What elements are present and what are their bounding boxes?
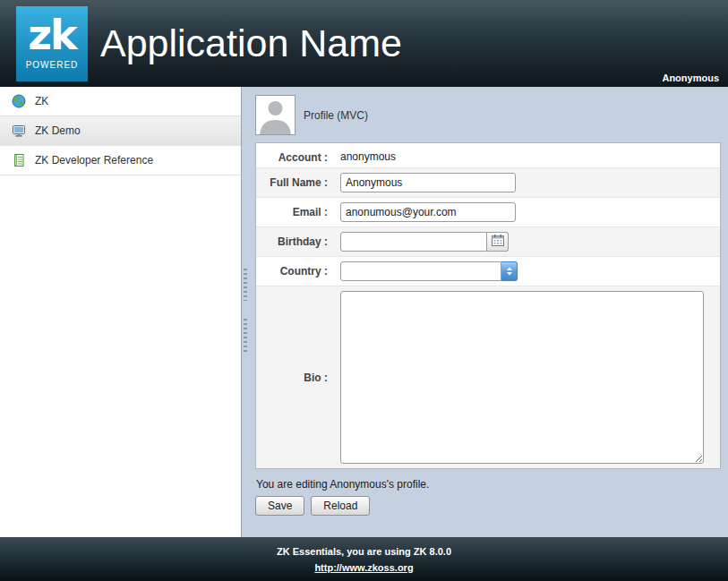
zk-logo-powered-text: POWERED (26, 60, 79, 70)
form-row-email: Email : (256, 198, 720, 227)
fullname-input[interactable] (340, 173, 516, 192)
footer-version-text: ZK Essentials, you are using ZK 8.0.0 (277, 546, 451, 557)
splitter-grabber[interactable] (244, 269, 247, 301)
page-title: Application Name (100, 21, 402, 65)
sidebar-item-label: ZK Demo (35, 124, 81, 137)
sidebar-item-zk[interactable]: ZK (0, 87, 241, 116)
form-row-bio: Bio : (256, 286, 720, 468)
sidebar-item-zk-demo[interactable]: ZK Demo (0, 116, 241, 146)
save-button[interactable]: Save (255, 496, 304, 516)
form-row-fullname: Full Name : (256, 168, 720, 198)
application-window: zk POWERED Application Name Anonymous ZK (0, 0, 728, 581)
monitor-icon (12, 124, 26, 138)
form-row-birthday: Birthday : (256, 227, 720, 257)
sidebar-item-label: ZK Developer Reference (35, 154, 153, 167)
sidebar-splitter[interactable] (242, 87, 248, 537)
content-area: ZK ZK Demo (0, 87, 728, 537)
chevron-up-down-icon (506, 265, 513, 278)
profile-header: Profile (MVC) (248, 87, 728, 142)
bio-label: Bio : (256, 372, 333, 384)
form-buttons: Save Reload (255, 496, 721, 516)
notebook-icon (12, 153, 26, 167)
bio-textarea[interactable] (340, 291, 704, 464)
birthday-input[interactable] (340, 232, 487, 252)
account-value: anonymous (340, 148, 396, 163)
splitter-grabber[interactable] (244, 319, 247, 355)
account-label: Account : (256, 143, 333, 167)
combobox-dropdown-button[interactable] (501, 261, 518, 281)
zkoss-link[interactable]: http://www.zkoss.org (314, 562, 413, 573)
zk-logo-text: zk (28, 17, 75, 54)
reload-button[interactable]: Reload (311, 496, 370, 516)
email-label: Email : (256, 198, 333, 226)
panel-title: Profile (MVC) (304, 109, 368, 122)
sidebar-item-zk-developer-reference[interactable]: ZK Developer Reference (0, 146, 241, 175)
navigation-sidebar: ZK ZK Demo (0, 87, 242, 537)
editing-note: You are editing Anonymous's profile. (256, 478, 720, 491)
zk-logo: zk POWERED (16, 6, 88, 81)
app-footer: ZK Essentials, you are using ZK 8.0.0 ht… (0, 537, 728, 581)
birthday-label: Birthday : (256, 227, 333, 256)
form-row-account: Account : anonymous (256, 143, 720, 168)
country-label: Country : (256, 257, 333, 286)
email-input[interactable] (340, 202, 516, 222)
app-header: zk POWERED Application Name Anonymous (0, 0, 728, 87)
main-panel: Profile (MVC) Account : anonymous Full N… (248, 87, 728, 537)
sidebar-item-label: ZK (35, 95, 48, 107)
avatar (255, 95, 295, 135)
globe-icon (12, 94, 26, 108)
profile-form: Account : anonymous Full Name : Email : (255, 142, 721, 469)
fullname-label: Full Name : (256, 168, 333, 197)
calendar-button[interactable] (487, 232, 509, 252)
form-row-country: Country : (256, 257, 720, 286)
current-user-label: Anonymous (662, 73, 719, 83)
country-combobox-input[interactable] (340, 261, 501, 281)
calendar-icon (492, 235, 504, 249)
